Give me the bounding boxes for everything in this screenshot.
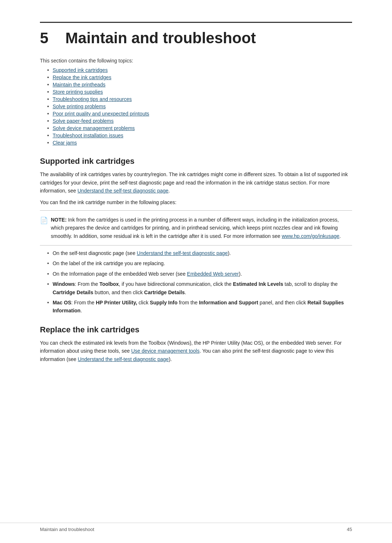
note-box: 📄 NOTE: Ink from the cartridges is used … xyxy=(40,214,352,242)
device-management-tools-link[interactable]: Use device management tools xyxy=(131,348,199,354)
list-item: Solve paper-feed problems xyxy=(47,118,352,124)
list-item: Troubleshoot installation issues xyxy=(47,133,352,138)
windows-bold: Windows xyxy=(53,281,75,287)
chapter-title: 5 Maintain and troubleshoot xyxy=(40,29,352,47)
self-test-link-1[interactable]: Understand the self-test diagnostic page xyxy=(78,188,169,194)
list-item: Solve device management problems xyxy=(47,125,352,131)
page-content: 5 Maintain and troubleshoot This section… xyxy=(0,0,392,396)
list-item: Supported ink cartridges xyxy=(47,67,352,73)
hp-printer-utility-bold: HP Printer Utility, xyxy=(96,300,137,305)
bullet-2-text: On the label of the ink cartridge you ar… xyxy=(53,259,165,267)
toc-link-solve-printing[interactable]: Solve printing problems xyxy=(53,104,106,109)
toc-link-solve-device-mgmt[interactable]: Solve device management problems xyxy=(53,125,135,131)
replace-ink-para1: You can check the estimated ink levels f… xyxy=(40,339,352,363)
bullet-4-text: Windows: From the Toolbox, if you have b… xyxy=(53,280,352,296)
toc-list: Supported ink cartridges Replace the ink… xyxy=(47,67,352,146)
chapter-header: 5 Maintain and troubleshoot xyxy=(40,22,352,47)
toc-link-clear-jams[interactable]: Clear jams xyxy=(53,140,77,146)
toc-link-troubleshoot-installation[interactable]: Troubleshoot installation issues xyxy=(53,133,123,138)
toc-link-maintain-printheads[interactable]: Maintain the printheads xyxy=(53,82,106,88)
note-end: . xyxy=(339,233,341,239)
toc-link-solve-paper-feed[interactable]: Solve paper-feed problems xyxy=(53,118,114,124)
list-item: Maintain the printheads xyxy=(47,82,352,88)
section-heading-replace-ink: Replace the ink cartridges xyxy=(40,325,352,335)
page-footer: Maintain and troubleshoot 45 xyxy=(0,523,392,532)
note-icon: 📄 xyxy=(40,216,48,224)
toc-link-supported-ink[interactable]: Supported ink cartridges xyxy=(53,67,108,73)
cartridge-details-bold-1: Cartridge Details xyxy=(53,289,93,295)
bullet-3-text: On the Information page of the embedded … xyxy=(53,270,242,278)
note-label: NOTE: xyxy=(51,217,67,223)
list-item: Troubleshooting tips and resources xyxy=(47,96,352,102)
divider-top xyxy=(40,210,352,211)
replace-ink-para1-end: ). xyxy=(169,356,172,362)
supply-info-bold: Supply Info xyxy=(150,300,177,305)
divider-bottom xyxy=(40,245,352,246)
bullet-1-text: On the self-test diagnostic page (see Un… xyxy=(53,249,231,257)
intro-text: This section contains the following topi… xyxy=(40,58,352,64)
cartridge-details-bold-2: Cartridge Details xyxy=(144,289,185,295)
macos-bold: Mac OS xyxy=(53,300,71,305)
toc-link-poor-print-quality[interactable]: Poor print quality and unexpected printo… xyxy=(53,111,149,117)
list-item: On the label of the ink cartridge you ar… xyxy=(47,259,352,267)
toc-link-store-supplies[interactable]: Store printing supplies xyxy=(53,89,103,95)
list-item: Store printing supplies xyxy=(47,89,352,95)
self-test-link-2[interactable]: Understand the self-test diagnostic page xyxy=(137,250,228,256)
section-heading-supported-ink: Supported ink cartridges xyxy=(40,157,352,166)
list-item: Windows: From the Toolbox, if you have b… xyxy=(47,280,352,296)
list-item: On the self-test diagnostic page (see Un… xyxy=(47,249,352,257)
footer-right: 45 xyxy=(347,527,352,532)
section-replace-ink: Replace the ink cartridges You can check… xyxy=(40,325,352,363)
list-item: Replace the ink cartridges xyxy=(47,74,352,80)
toc-link-replace-ink[interactable]: Replace the ink cartridges xyxy=(53,74,111,80)
list-item: On the Information page of the embedded … xyxy=(47,270,352,278)
footer-left: Maintain and troubleshoot xyxy=(40,527,94,532)
supported-ink-para1: The availability of ink cartridges varie… xyxy=(40,170,352,195)
toolbox-bold: Toolbox xyxy=(99,281,119,287)
supported-ink-para1-end: . xyxy=(168,188,170,194)
bullet-list-ink-locations: On the self-test diagnostic page (see Un… xyxy=(47,249,352,315)
bullet-5-text: Mac OS: From the HP Printer Utility, cli… xyxy=(53,299,352,315)
toc-link-troubleshooting-tips[interactable]: Troubleshooting tips and resources xyxy=(53,96,132,102)
list-item: Mac OS: From the HP Printer Utility, cli… xyxy=(47,299,352,315)
section-supported-ink: Supported ink cartridges The availabilit… xyxy=(40,157,352,315)
list-item: Clear jams xyxy=(47,140,352,146)
list-item: Solve printing problems xyxy=(47,104,352,109)
estimated-ink-bold: Estimated Ink Levels xyxy=(233,281,283,287)
supported-ink-para2: You can find the ink cartridge number in… xyxy=(40,198,352,206)
note-content: NOTE: Ink from the cartridges is used in… xyxy=(51,216,352,240)
inkusage-link[interactable]: www.hp.com/go/inkusage xyxy=(282,233,339,239)
list-item: Poor print quality and unexpected printo… xyxy=(47,111,352,117)
information-support-bold: Information and Support xyxy=(199,300,258,305)
self-test-link-3[interactable]: Understand the self-test diagnostic page xyxy=(78,356,169,362)
chapter-number: 5 xyxy=(40,29,48,46)
embedded-web-server-link[interactable]: Embedded Web server xyxy=(187,271,239,277)
chapter-title-text: Maintain and troubleshoot xyxy=(65,29,256,46)
